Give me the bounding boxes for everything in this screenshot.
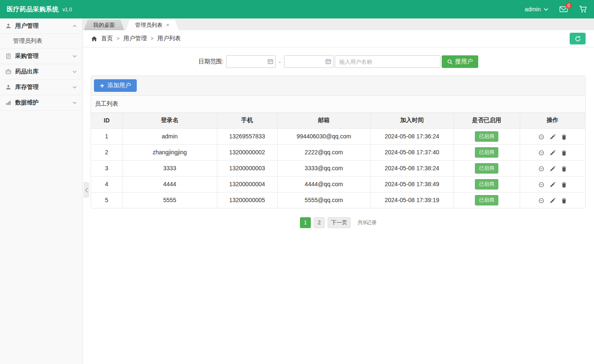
column-header-enabled: 是否已启用 — [453, 113, 520, 128]
breadcrumb-user-management[interactable]: 用户管理 — [123, 35, 147, 42]
tab-close-icon[interactable]: × — [166, 22, 169, 28]
breadcrumb-home[interactable]: 首页 — [101, 35, 113, 42]
date-range-dash: - — [279, 59, 281, 65]
sidebar: 用户管理 管理员列表 采购管理 药品出库 — [0, 18, 83, 364]
cell-email: 3333@qq.com — [277, 160, 370, 176]
enabled-badge: 已启用 — [475, 163, 498, 174]
cell-actions — [520, 160, 585, 176]
cell-phone: 13200000003 — [217, 160, 277, 176]
search-user-button[interactable]: 搜用户 — [442, 55, 478, 68]
column-header-login: 登录名 — [122, 113, 217, 128]
chevron-left-icon — [85, 187, 88, 193]
delete-user-icon[interactable] — [561, 134, 567, 140]
cart-icon — [579, 5, 587, 13]
table-row: 4 4444 13200000004 4444@qq.com 2024-05-0… — [91, 176, 585, 192]
app-title: 医疗药品采购系统 — [7, 5, 59, 13]
next-page-button[interactable]: 下一页 — [328, 217, 351, 228]
disable-user-icon[interactable] — [539, 166, 544, 172]
calendar-icon[interactable] — [268, 59, 273, 64]
cell-join-time: 2024-05-08 17:37:40 — [370, 144, 453, 160]
tab-bar: 我的桌面 管理员列表 × — [83, 18, 594, 30]
tab-label: 管理员列表 — [135, 21, 162, 29]
cell-enabled: 已启用 — [453, 144, 520, 160]
date-range-label: 日期范围: — [198, 58, 224, 65]
column-header-id: ID — [91, 113, 122, 128]
sidebar-item-drug-outbound[interactable]: 药品出库 — [0, 64, 82, 80]
chevron-down-icon — [73, 55, 77, 57]
page-button-2[interactable]: 2 — [314, 217, 325, 228]
cell-join-time: 2024-05-08 17:38:24 — [370, 160, 453, 176]
cell-join-time: 2024-05-08 17:36:24 — [370, 128, 453, 144]
tab-my-desktop[interactable]: 我的桌面 — [84, 20, 124, 30]
app-version: v1.0 — [63, 7, 72, 13]
add-user-button[interactable]: 添加用户 — [94, 79, 137, 92]
cell-phone: 13200000002 — [217, 144, 277, 160]
delete-user-icon[interactable] — [561, 182, 567, 187]
page-button-1[interactable]: 1 — [300, 217, 311, 228]
enabled-badge: 已启用 — [475, 195, 498, 205]
sidebar-item-label: 药品出库 — [15, 68, 39, 75]
tab-admin-list[interactable]: 管理员列表 × — [126, 20, 179, 30]
user-dropdown[interactable]: admin — [525, 6, 548, 13]
sidebar-item-data-maintenance[interactable]: 数据维护 — [0, 95, 82, 111]
sidebar-item-user-management[interactable]: 用户管理 — [0, 18, 82, 34]
breadcrumb-user-list: 用户列表 — [157, 35, 181, 42]
column-header-actions: 操作 — [520, 113, 585, 128]
chevron-down-icon — [544, 8, 548, 11]
disable-user-icon[interactable] — [539, 134, 544, 140]
enabled-badge: 已启用 — [475, 131, 498, 142]
user-name-search-input[interactable] — [335, 55, 440, 68]
sidebar-item-label: 数据维护 — [15, 99, 39, 107]
cell-enabled: 已启用 — [453, 160, 520, 176]
breadcrumb-separator: > — [151, 36, 154, 42]
table-row: 3 3333 13200000003 3333@qq.com 2024-05-0… — [91, 160, 585, 176]
cell-join-time: 2024-05-08 17:39:19 — [370, 192, 453, 208]
chevron-up-icon — [73, 25, 77, 27]
briefcase-icon — [5, 69, 11, 75]
panel-toolbar: 添加用户 — [91, 76, 585, 96]
disable-user-icon[interactable] — [539, 182, 544, 187]
edit-user-icon[interactable] — [550, 134, 555, 140]
cell-enabled: 已启用 — [453, 192, 520, 208]
cell-id: 1 — [91, 128, 122, 144]
edit-user-icon[interactable] — [550, 198, 555, 203]
user-table-body: 1 admin 13269557833 994406030@qq.com 202… — [91, 128, 585, 208]
sidebar-item-purchase-management[interactable]: 采购管理 — [0, 49, 82, 64]
edit-user-icon[interactable] — [550, 166, 555, 172]
cell-actions — [520, 176, 585, 192]
edit-user-icon[interactable] — [550, 182, 555, 187]
chevron-down-icon — [73, 101, 77, 104]
calendar-icon[interactable] — [326, 59, 331, 64]
table-header-row: ID 登录名 手机 邮箱 加入时间 是否已启用 操作 — [91, 113, 585, 128]
cell-login: admin — [122, 128, 217, 144]
user-table: ID 登录名 手机 邮箱 加入时间 是否已启用 操作 1 admin 13269… — [91, 113, 585, 208]
delete-user-icon[interactable] — [561, 150, 567, 156]
sidebar-item-admin-list[interactable]: 管理员列表 — [0, 34, 82, 49]
cell-enabled: 已启用 — [453, 128, 520, 144]
search-row: 日期范围: - — [83, 55, 594, 68]
column-header-join-time: 加入时间 — [370, 113, 453, 128]
refresh-button[interactable] — [570, 33, 586, 44]
disable-user-icon[interactable] — [539, 198, 544, 203]
cell-login: 5555 — [122, 192, 217, 208]
top-header: 医疗药品采购系统 v1.0 admin 0 — [0, 0, 594, 18]
cart-button[interactable] — [579, 5, 587, 13]
mail-badge: 0 — [565, 3, 572, 9]
breadcrumb: 首页 > 用户管理 > 用户列表 — [91, 35, 181, 42]
disable-user-icon[interactable] — [539, 150, 544, 156]
delete-user-icon[interactable] — [561, 198, 567, 203]
sidebar-collapse-handle[interactable] — [83, 182, 89, 198]
cell-login: zhangjingjing — [122, 144, 217, 160]
sidebar-item-stock-management[interactable]: 库存管理 — [0, 80, 82, 95]
mail-button[interactable]: 0 — [559, 6, 568, 13]
cell-phone: 13269557833 — [217, 128, 277, 144]
record-count: 共9记录 — [357, 219, 377, 226]
app-brand: 医疗药品采购系统 v1.0 — [7, 5, 72, 13]
cell-email: 4444@qq.com — [277, 176, 370, 192]
cell-email: 5555@qq.com — [277, 192, 370, 208]
add-user-label: 添加用户 — [107, 82, 131, 89]
edit-user-icon[interactable] — [550, 150, 555, 156]
sidebar-item-label: 用户管理 — [15, 22, 39, 30]
plus-icon — [100, 83, 104, 88]
delete-user-icon[interactable] — [561, 166, 567, 172]
